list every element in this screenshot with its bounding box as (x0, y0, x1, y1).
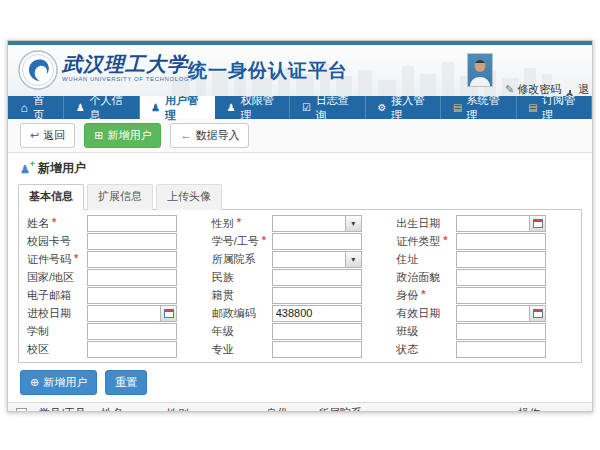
input-campus-card-no[interactable] (88, 234, 176, 249)
input-postal-code[interactable] (273, 306, 361, 321)
field-label: 性别* (208, 216, 272, 231)
required-mark: * (237, 216, 241, 231)
field-study-length: 学制* ▾ (23, 323, 208, 339)
add-icon: ⊞ (94, 130, 103, 141)
calendar-icon[interactable] (529, 306, 545, 321)
field-control: ▾ (272, 305, 362, 322)
input-country-region[interactable] (88, 270, 176, 285)
input-gender[interactable] (273, 216, 345, 231)
field-control: ▾ (272, 215, 362, 232)
nav-item-system-management[interactable]: 系统管理 (441, 96, 516, 119)
pencil-icon: ✎ (505, 83, 514, 96)
dropdown-arrow-icon[interactable]: ▾ (345, 252, 361, 267)
input-name[interactable] (88, 216, 176, 231)
input-address[interactable] (457, 252, 545, 267)
user-avatar[interactable] (467, 53, 493, 87)
platform-title: 统一身份认证平台 (188, 58, 348, 84)
nav-item-home[interactable]: 首页 (8, 96, 64, 119)
field-address: 住址* ▾ (392, 251, 577, 267)
nav-item-label: 用户管理 (165, 93, 203, 123)
select-all-checkbox[interactable] (16, 408, 27, 413)
field-department: 所属院系* ▾ (208, 251, 393, 267)
data-import-button[interactable]: ← 数据导入 (170, 123, 249, 148)
input-id-type[interactable] (457, 234, 545, 249)
field-native-place: 籍贯* ▾ (208, 287, 393, 303)
input-student-id[interactable] (273, 234, 361, 249)
nav-item-access-management[interactable]: 接入管理 (366, 96, 441, 119)
field-label: 国家/地区* (23, 270, 87, 285)
calendar-icon[interactable] (160, 306, 176, 321)
field-campus-card-no: 校园卡号* ▾ (23, 233, 208, 249)
input-native-place[interactable] (273, 288, 361, 303)
reset-button[interactable]: 重置 (105, 370, 147, 395)
logout-label: 退出 (578, 82, 592, 96)
nav-item-label: 系统管理 (467, 93, 505, 123)
field-ethnicity: 民族* ▾ (208, 269, 393, 285)
nav-item-label: 日志查询 (316, 93, 354, 123)
input-campus[interactable] (88, 342, 176, 357)
input-status[interactable] (457, 342, 545, 357)
input-political-status[interactable] (457, 270, 545, 285)
input-ethnicity[interactable] (273, 270, 361, 285)
tab-label: 基本信息 (29, 190, 73, 202)
table-column-header: 学号/工号 (33, 406, 95, 413)
nav-item-user-management[interactable]: 用户管理 (140, 96, 215, 119)
field-control: ▾ (87, 215, 177, 232)
input-birth-date[interactable] (457, 216, 529, 231)
field-gender: 性别* ▾ (208, 215, 393, 231)
field-label: 住址* (392, 252, 456, 267)
plus-circle-icon: ⊕ (30, 377, 39, 388)
nav-item-subscription-management[interactable]: 订阅管理 (517, 96, 592, 119)
input-email[interactable] (88, 288, 176, 303)
change-password-link[interactable]: ✎ 修改密码 (505, 82, 561, 96)
table-column-header: 姓名 (95, 406, 161, 413)
field-control: ▾ (272, 269, 362, 286)
field-label: 校区* (23, 342, 87, 357)
field-control: ▾ (456, 269, 546, 286)
field-label: 专业* (208, 342, 272, 357)
field-label: 证件号码* (23, 252, 87, 267)
field-label: 学号/工号* (208, 234, 272, 249)
input-class[interactable] (457, 324, 545, 339)
required-mark: * (262, 234, 266, 249)
field-control: ▾ (272, 323, 362, 340)
folder-icon (528, 103, 538, 113)
back-button[interactable]: ↩ 返回 (20, 123, 75, 148)
new-user-button[interactable]: ⊞ 新增用户 (84, 123, 161, 148)
nav-item-log-query[interactable]: 日志查询 (290, 96, 365, 119)
nav-item-label: 权限管理 (240, 93, 278, 123)
table-column-header: 所属院系 (312, 406, 512, 413)
field-class: 班级* ▾ (392, 323, 577, 339)
tab-extended-info[interactable]: 扩展信息 (87, 184, 153, 210)
back-arrow-icon: ↩ (30, 130, 39, 141)
tab-upload-avatar[interactable]: 上传头像 (156, 184, 222, 210)
input-identity[interactable] (457, 288, 545, 303)
input-study-length[interactable] (88, 324, 176, 339)
nav-item-permission-management[interactable]: 权限管理 (215, 96, 290, 119)
field-control: ▾ (87, 287, 177, 304)
input-enroll-date[interactable] (88, 306, 160, 321)
input-grade[interactable] (273, 324, 361, 339)
input-valid-date[interactable] (457, 306, 529, 321)
table-column-header: 性别 (161, 406, 260, 413)
field-id-type: 证件类型* ▾ (392, 233, 577, 249)
input-department[interactable] (273, 252, 345, 267)
field-grade: 年级* ▾ (208, 323, 393, 339)
input-major[interactable] (273, 342, 361, 357)
field-label: 民族* (208, 270, 272, 285)
input-id-number[interactable] (88, 252, 176, 267)
calendar-icon[interactable] (529, 216, 545, 231)
field-control: ▾ (87, 233, 177, 250)
dropdown-arrow-icon[interactable]: ▾ (345, 216, 361, 231)
nav-item-profile[interactable]: 个人信息 (64, 96, 139, 119)
logout-link[interactable]: 退出 (566, 82, 592, 96)
field-control: ▾ (272, 287, 362, 304)
app-window: 武汉理工大学 WUHAN UNIVERSITY OF TECHNOLOGY 统一… (7, 40, 593, 412)
submit-add-user-button[interactable]: ⊕ 新增用户 (20, 370, 97, 395)
field-identity: 身份* ▾ (392, 287, 577, 303)
tab-basic-info[interactable]: 基本信息 (18, 184, 84, 210)
field-label: 姓名* (23, 216, 87, 231)
field-control: ▾ (87, 323, 177, 340)
field-status: 状态* ▾ (392, 341, 577, 357)
field-label: 邮政编码* (208, 306, 272, 321)
